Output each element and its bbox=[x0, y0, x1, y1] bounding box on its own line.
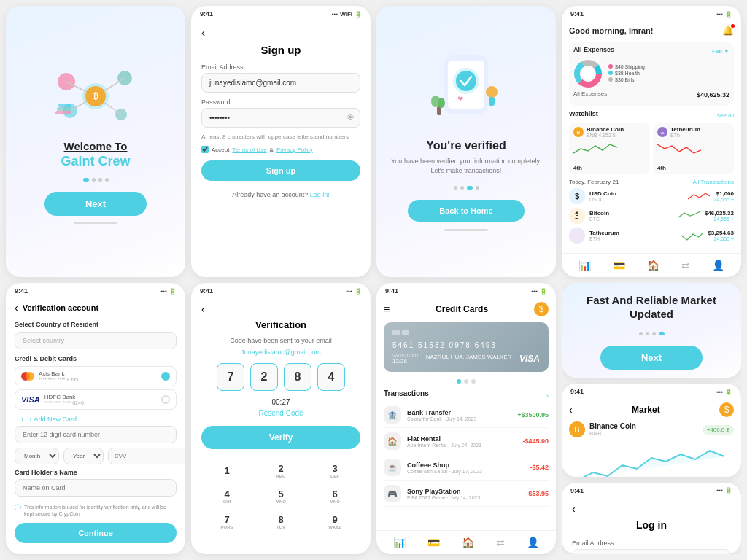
status-icons: ▪▪▪ 🔋 bbox=[716, 11, 732, 18]
info-row: ⓘ This information is used for identity … bbox=[15, 504, 177, 517]
filter-label[interactable]: Feb ▼ bbox=[712, 48, 729, 55]
back-arrow-icon[interactable]: ≡ bbox=[384, 303, 390, 315]
month-select[interactable]: Month bbox=[15, 448, 59, 464]
nav-wallet-icon[interactable]: 💳 bbox=[427, 537, 440, 548]
mastercard-radio[interactable] bbox=[161, 372, 170, 381]
svg-rect-12 bbox=[57, 107, 71, 111]
back-arrow-icon[interactable]: ‹ bbox=[201, 26, 360, 39]
terms-checkbox[interactable] bbox=[201, 146, 209, 153]
otp-input-4[interactable] bbox=[317, 363, 345, 391]
key-9[interactable]: 9WXYZ bbox=[309, 510, 360, 533]
fast-next-button[interactable]: Next bbox=[600, 346, 703, 370]
key-7[interactable]: 7PQRS bbox=[201, 510, 252, 533]
otp-input-1[interactable] bbox=[217, 363, 244, 391]
binance-card[interactable]: B Binance Coin BNB 4.952 $ 4th bbox=[569, 123, 650, 174]
time: 9:41 bbox=[570, 487, 584, 494]
login-prompt-text: Already have an account? bbox=[232, 191, 308, 198]
next-button[interactable]: Next bbox=[44, 192, 147, 216]
back-arrow-icon[interactable]: ‹ bbox=[201, 303, 360, 315]
see-all-watchlist[interactable]: see all bbox=[717, 112, 734, 119]
verified-card: ❤ You're verified You have been verified… bbox=[376, 6, 556, 277]
bottom-nav: 📊 💳 🏠 ⇄ 👤 bbox=[562, 253, 741, 277]
wallet-icon[interactable]: $ bbox=[534, 302, 549, 316]
mastercard-option[interactable]: Axis Bank **** **** **** 8395 bbox=[15, 366, 177, 386]
nav-profile-icon[interactable]: 👤 bbox=[712, 260, 724, 271]
btc-name: Bitcoin bbox=[589, 210, 674, 217]
market-title: Market bbox=[632, 405, 660, 415]
bell-icon[interactable]: 🔔 bbox=[722, 25, 734, 36]
add-card-row[interactable]: + + Add New Card bbox=[15, 413, 177, 426]
time: 9:41 bbox=[570, 10, 584, 18]
key-3[interactable]: 3DEF bbox=[309, 459, 360, 482]
nav-market-icon[interactable]: 📊 bbox=[578, 260, 591, 271]
key-2[interactable]: 2ABC bbox=[255, 459, 306, 482]
welcome-text-block: Welcome To Gaint Crew Next bbox=[44, 140, 147, 216]
market-card: 9:41 ▪▪▪ 🔋 ‹ Market $ B Binance Coin BNB… bbox=[562, 384, 741, 477]
nav-market-icon[interactable]: 📊 bbox=[393, 537, 406, 548]
cvv-input[interactable] bbox=[108, 448, 185, 464]
holder-name-input[interactable] bbox=[15, 479, 177, 497]
eth-change: 4th bbox=[657, 165, 729, 171]
all-expenses-footer-label: All Expenses bbox=[573, 90, 607, 97]
all-transactions-link[interactable]: All Transactions bbox=[693, 179, 734, 185]
bnb-ticker: BNB 4.952 $ bbox=[587, 133, 624, 138]
eth-card[interactable]: Ξ Tetheurum ETh 4th bbox=[653, 123, 734, 174]
credit-header: ≡ Credit Cards $ bbox=[384, 302, 549, 316]
password-input[interactable] bbox=[201, 108, 360, 128]
otp-input-3[interactable] bbox=[284, 363, 311, 391]
back-arrow-icon[interactable]: ‹ bbox=[15, 302, 18, 314]
nav-wallet-icon[interactable]: 💳 bbox=[613, 260, 625, 271]
terms-prefix: Accept bbox=[212, 147, 229, 153]
year-select[interactable]: Year bbox=[63, 448, 104, 464]
bottom-indicator bbox=[444, 229, 488, 231]
key-5[interactable]: 5MNO bbox=[255, 485, 306, 508]
nav-trade-icon[interactable]: ⇄ bbox=[496, 537, 505, 548]
market-wallet-icon[interactable]: $ bbox=[719, 402, 734, 417]
signup-button[interactable]: Sign up bbox=[201, 160, 360, 181]
watchlist-header: Watchlist see all bbox=[569, 110, 734, 120]
sony-sub: FIFA 2022 Game · July 14, 2023 bbox=[407, 495, 520, 500]
expiry-value: 12/26 bbox=[392, 358, 418, 365]
login-email-input[interactable] bbox=[572, 549, 731, 554]
resend-button[interactable]: Resend Code bbox=[201, 409, 360, 417]
signal-icon: ▪▪▪ bbox=[716, 487, 723, 494]
card-number-input[interactable] bbox=[15, 426, 177, 443]
coin-name: Binance Coin bbox=[589, 422, 636, 430]
dot-3 bbox=[652, 332, 656, 335]
nav-profile-icon[interactable]: 👤 bbox=[527, 537, 539, 548]
time: 9:41 bbox=[15, 287, 28, 295]
back-arrow-icon[interactable]: ‹ bbox=[569, 404, 573, 416]
privacy-link[interactable]: Privacy Policy bbox=[276, 147, 313, 153]
login-email-label: Email Address bbox=[572, 540, 731, 547]
expenses-label: All Expenses bbox=[573, 46, 614, 53]
visa-option[interactable]: VISA HDFC Bank **** **** **** 6246 bbox=[15, 389, 177, 410]
transactions-section: Today, February 21 All Transactions $ US… bbox=[569, 179, 734, 244]
svg-point-19 bbox=[486, 86, 498, 98]
card-expiry: VALID THRU 12/26 bbox=[392, 354, 418, 365]
login-link[interactable]: Log in! bbox=[310, 191, 330, 198]
email-input[interactable] bbox=[201, 73, 360, 93]
otp-input-2[interactable] bbox=[250, 363, 278, 391]
status-bar: 9:41 ▪▪▪ 🔋 bbox=[562, 6, 741, 19]
back-home-button[interactable]: Back to Home bbox=[408, 200, 525, 222]
verification-account-card: 9:41 ▪▪▪ 🔋 ‹ Verification account Select… bbox=[6, 283, 185, 554]
verify-button[interactable]: Verify bbox=[201, 426, 360, 449]
terms-link[interactable]: Terms of Use bbox=[232, 147, 266, 153]
visa-radio[interactable] bbox=[161, 395, 170, 404]
nav-home-icon[interactable]: 🏠 bbox=[462, 537, 474, 548]
continue-button[interactable]: Continue bbox=[15, 523, 177, 543]
key-4[interactable]: 4GHI bbox=[201, 485, 252, 508]
key-8[interactable]: 8TUV bbox=[255, 510, 306, 533]
country-select[interactable]: Select country bbox=[15, 332, 177, 349]
coffee-details: Coffeee Shop Coffee with Sarah · July 17… bbox=[407, 462, 524, 474]
dashboard-content: Good morning, Imran! 🔔 All Expenses Feb … bbox=[562, 19, 741, 253]
nav-home-icon[interactable]: 🏠 bbox=[647, 260, 659, 271]
back-arrow-icon[interactable]: ‹ bbox=[572, 503, 731, 515]
nav-trade-icon[interactable]: ⇄ bbox=[681, 260, 690, 271]
eye-icon[interactable]: 👁 bbox=[347, 113, 355, 122]
key-6[interactable]: 6MNO bbox=[309, 485, 360, 508]
coin-change-badge: +406.0 $ bbox=[703, 425, 734, 435]
key-1[interactable]: 1 bbox=[201, 459, 252, 482]
view-all-transactions[interactable]: › bbox=[546, 392, 549, 400]
flat-rental-name: Flat Rental bbox=[407, 435, 516, 443]
